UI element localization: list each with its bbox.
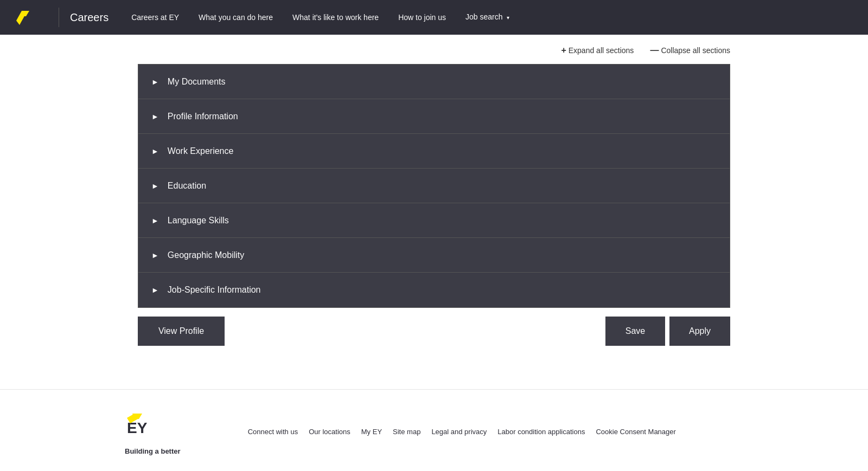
- expand-all-button[interactable]: + Expand all sections: [561, 46, 634, 55]
- accordion-section-job-specific-information[interactable]: ► Job-Specific Information: [138, 273, 730, 307]
- main-navigation: Careers Careers at EY What you can do he…: [0, 0, 868, 35]
- nav-link-what-you-can-do[interactable]: What you can do here: [189, 0, 283, 35]
- accordion-label-work-experience: Work Experience: [168, 146, 234, 156]
- footer-link-my-ey[interactable]: My EY: [361, 428, 382, 436]
- nav-item-how-to-join[interactable]: How to join us: [388, 0, 456, 35]
- nav-item-job-search[interactable]: Job search ▾: [456, 0, 519, 35]
- chevron-right-icon: ►: [151, 286, 159, 294]
- chevron-right-icon: ►: [151, 78, 159, 86]
- minus-icon: —: [650, 46, 659, 55]
- brand-label: Careers: [70, 11, 108, 24]
- footer-link-labor-condition[interactable]: Labor condition applications: [497, 428, 585, 436]
- footer-link-our-locations[interactable]: Our locations: [309, 428, 350, 436]
- accordion-label-my-documents: My Documents: [168, 77, 226, 87]
- footer-link-site-map[interactable]: Site map: [393, 428, 420, 436]
- footer-link-connect-with-us[interactable]: Connect with us: [248, 428, 298, 436]
- nav-link-careers-at-ey[interactable]: Careers at EY: [122, 0, 189, 35]
- accordion-section-language-skills[interactable]: ► Language Skills: [138, 203, 730, 238]
- save-button[interactable]: Save: [605, 317, 665, 346]
- footer-ey-logo: EY: [125, 411, 163, 444]
- accordion-label-education: Education: [168, 181, 206, 191]
- nav-item-what-you-can-do[interactable]: What you can do here: [189, 0, 283, 35]
- accordion-section-my-documents[interactable]: ► My Documents: [138, 64, 730, 99]
- nav-link-how-to-join[interactable]: How to join us: [388, 0, 456, 35]
- accordion-label-language-skills: Language Skills: [168, 216, 229, 225]
- svg-rect-0: [13, 5, 37, 29]
- chevron-right-icon: ►: [151, 216, 159, 225]
- footer-inner: EY Building a better Connect with us Our…: [125, 411, 743, 455]
- footer: EY Building a better Connect with us Our…: [0, 389, 868, 468]
- accordion-section-geographic-mobility[interactable]: ► Geographic Mobility: [138, 238, 730, 273]
- footer-logo-text: Building a better: [125, 447, 181, 455]
- action-bar: View Profile Save Apply: [138, 317, 730, 346]
- accordion-section-profile-information[interactable]: ► Profile Information: [138, 99, 730, 134]
- nav-divider: [59, 8, 59, 27]
- accordion-label-geographic-mobility: Geographic Mobility: [168, 250, 244, 260]
- accordion-label-profile-information: Profile Information: [168, 112, 238, 121]
- plus-icon: +: [561, 46, 566, 55]
- apply-button[interactable]: Apply: [669, 317, 730, 346]
- nav-item-what-its-like[interactable]: What it's like to work here: [283, 0, 388, 35]
- main-content: + Expand all sections — Collapse all sec…: [125, 35, 743, 367]
- chevron-right-icon: ►: [151, 251, 159, 260]
- nav-links-list: Careers at EY What you can do here What …: [122, 0, 519, 35]
- ey-logo: [13, 5, 37, 29]
- chevron-right-icon: ►: [151, 182, 159, 190]
- accordion-label-job-specific-information: Job-Specific Information: [168, 285, 261, 295]
- dropdown-arrow-icon: ▾: [507, 15, 509, 21]
- view-profile-button[interactable]: View Profile: [138, 317, 225, 346]
- chevron-right-icon: ►: [151, 147, 159, 156]
- logo-area: [13, 5, 37, 29]
- footer-links: Connect with us Our locations My EY Site…: [181, 428, 743, 436]
- chevron-right-icon: ►: [151, 112, 159, 121]
- right-buttons: Save Apply: [605, 317, 730, 346]
- nav-link-what-its-like[interactable]: What it's like to work here: [283, 0, 388, 35]
- footer-logo-area: EY Building a better: [125, 411, 181, 455]
- accordion-section-work-experience[interactable]: ► Work Experience: [138, 134, 730, 169]
- accordion-section-education[interactable]: ► Education: [138, 169, 730, 203]
- nav-item-careers-at-ey[interactable]: Careers at EY: [122, 0, 189, 35]
- nav-link-job-search[interactable]: Job search ▾: [456, 0, 519, 35]
- collapse-all-button[interactable]: — Collapse all sections: [650, 46, 730, 55]
- footer-link-legal-and-privacy[interactable]: Legal and privacy: [431, 428, 487, 436]
- section-controls: + Expand all sections — Collapse all sec…: [138, 46, 730, 55]
- footer-link-cookie-consent[interactable]: Cookie Consent Manager: [596, 428, 675, 436]
- accordion-list: ► My Documents ► Profile Information ► W…: [138, 64, 730, 308]
